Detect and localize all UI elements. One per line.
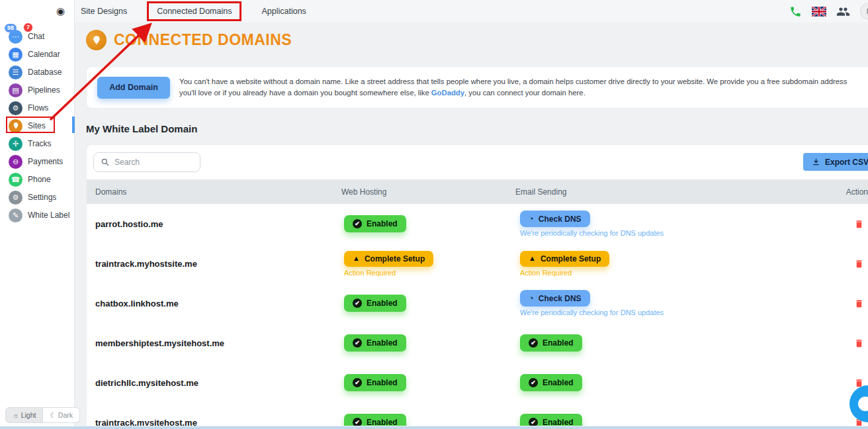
sidebar-item-white-label[interactable]: ✎White Label (9, 208, 75, 222)
status-cell: ◔Check DNSWe're periodically checking fo… (520, 211, 664, 237)
sidebar-item-label: White Label (28, 211, 69, 220)
sidebar-item-tracks[interactable]: ✢Tracks (9, 136, 75, 151)
table-header: Domains Web Hosting Email Sending Action (87, 179, 868, 204)
table-row: dietrichllc.mysitehost.me✔Enabled✔Enable… (87, 363, 868, 403)
table-row: traintrack.mysitehost.me✔Enabled✔Enabled (87, 403, 868, 426)
section-heading: My White Label Domain (86, 123, 197, 134)
status-badge-complete-setup[interactable]: ▲Complete Setup (344, 251, 433, 267)
delete-button[interactable] (854, 298, 864, 309)
language-flag-icon[interactable] (812, 7, 826, 17)
sidebar-item-label: Database (28, 68, 62, 77)
domain-name: traintrack.myhostsite.me (95, 259, 197, 269)
status-cell: ✔Enabled (520, 374, 582, 391)
contacts-icon[interactable] (836, 5, 850, 19)
column-header-action: Action (846, 187, 868, 197)
status-badge-enabled[interactable]: ✔Enabled (344, 215, 406, 232)
status-cell: ✔Enabled (344, 374, 406, 391)
delete-button[interactable] (854, 338, 864, 349)
status-badge-enabled[interactable]: ✔Enabled (520, 374, 582, 391)
status-badge-enabled[interactable]: ✔Enabled (520, 334, 582, 352)
sidebar-item-sites[interactable]: Sites (9, 119, 75, 133)
check-icon: ✔ (353, 338, 362, 348)
sidebar-item-chat[interactable]: ⋯Chat987 (9, 29, 75, 44)
sidebar-item-label: Flows (28, 103, 48, 113)
sidebar-item-calendar[interactable]: ▦Calendar (9, 47, 75, 62)
page-header: CONNECTED DOMAINS (86, 30, 292, 50)
tab-applications[interactable]: Applications (261, 1, 306, 21)
search-input[interactable] (114, 158, 187, 167)
table-row: chatbox.linkhost.me✔Enabled◔Check DNSWe'… (87, 283, 868, 323)
status-subtext: Action Required (344, 269, 396, 277)
warning-icon: ▲ (529, 255, 536, 262)
column-header-domains: Domains (87, 187, 341, 197)
status-badge-check-dns[interactable]: ◔Check DNS (520, 211, 590, 227)
status-badge-complete-setup[interactable]: ▲Complete Setup (520, 251, 609, 267)
status-badge-enabled[interactable]: ✔Enabled (344, 414, 406, 426)
godaddy-link[interactable]: GoDaddy (431, 89, 464, 97)
sidebar-item-label: Settings (28, 193, 56, 202)
trash-icon (854, 338, 864, 349)
domains-table-card: Export CSV Domains Web Hosting Email Sen… (86, 144, 868, 426)
tab-connected-domains[interactable]: Connected Domains (147, 1, 241, 21)
page-title: CONNECTED DOMAINS (114, 31, 292, 49)
sidebar-item-payments[interactable]: ⊖Payments (9, 154, 75, 169)
table-row: parrot.hostio.me✔Enabled◔Check DNSWe're … (87, 204, 868, 244)
download-icon (812, 158, 820, 166)
check-icon: ✔ (529, 338, 538, 348)
user-avatar[interactable]: F (860, 3, 868, 20)
lightbulb-icon (86, 30, 107, 50)
status-badge-enabled[interactable]: ✔Enabled (344, 374, 406, 391)
status-cell: ◔Check DNSWe're periodically checking fo… (520, 290, 664, 316)
status-badge-enabled[interactable]: ✔Enabled (520, 414, 582, 426)
status-badge-enabled[interactable]: ✔Enabled (344, 295, 406, 312)
help-widget-icon (858, 397, 868, 411)
phone-call-icon[interactable] (789, 5, 802, 18)
add-domain-button[interactable]: Add Domain (97, 77, 170, 99)
sidebar-item-pipelines[interactable]: ▤Pipelines (9, 83, 75, 97)
white-label-icon: ✎ (9, 209, 22, 222)
status-badge-enabled[interactable]: ✔Enabled (344, 334, 406, 352)
status-subtext: We're periodically checking for DNS upda… (520, 229, 664, 237)
sidebar-item-phone[interactable]: ☎Phone (9, 172, 75, 187)
sidebar-menu: ⋯Chat987▦Calendar☰Database▤Pipelines⚙Flo… (0, 29, 75, 226)
pipelines-icon: ▤ (9, 83, 22, 97)
domain-name: traintrack.mysitehost.me (95, 418, 197, 427)
topbar-icons: F (789, 0, 868, 23)
sidebar-item-label: Tracks (28, 139, 52, 148)
clock-icon: ◔ (529, 294, 534, 303)
status-cell: ✔Enabled (344, 215, 406, 232)
check-icon: ✔ (353, 299, 362, 308)
domain-name: parrot.hostio.me (95, 219, 163, 229)
status-badge-check-dns[interactable]: ◔Check DNS (520, 290, 590, 307)
topbar: Site Designs Connected Domains Applicati… (75, 0, 868, 23)
tab-site-designs[interactable]: Site Designs (81, 1, 127, 21)
trash-icon (854, 258, 864, 269)
horizontal-scrollbar[interactable] (0, 426, 868, 429)
moon-icon: ☾ (50, 411, 56, 419)
column-header-web-hosting: Web Hosting (341, 187, 515, 197)
settings-icon: ⚙ (9, 191, 22, 205)
check-icon: ✔ (529, 418, 538, 426)
status-cell: ✔Enabled (344, 334, 406, 352)
sidebar-collapse-icon[interactable]: ◉ (56, 5, 65, 17)
status-cell: ✔Enabled (344, 414, 406, 426)
search-icon (101, 158, 110, 167)
sidebar-item-flows[interactable]: ⚙Flows (9, 101, 75, 115)
sidebar: ◉ ⋯Chat987▦Calendar☰Database▤Pipelines⚙F… (0, 0, 75, 429)
status-cell: ✔Enabled (344, 295, 406, 312)
dark-mode-button[interactable]: ☾Dark (43, 407, 80, 423)
table-row: membershiptest.mysitehost.me✔Enabled✔Ena… (87, 323, 868, 363)
status-cell: ✔Enabled (520, 414, 582, 426)
sun-icon: ☼ (13, 411, 19, 419)
table-row: traintrack.myhostsite.me▲Complete SetupA… (87, 244, 868, 283)
delete-button[interactable] (854, 258, 864, 269)
flows-icon: ⚙ (9, 101, 22, 115)
light-mode-button[interactable]: ☼Light (5, 407, 43, 423)
sidebar-item-database[interactable]: ☰Database (9, 65, 75, 79)
chat-count-badge: 98 (5, 24, 17, 32)
sidebar-item-settings[interactable]: ⚙Settings (9, 190, 75, 205)
delete-button[interactable] (854, 218, 864, 230)
sidebar-item-label: Payments (28, 157, 63, 166)
export-csv-button[interactable]: Export CSV (803, 153, 868, 171)
sidebar-item-label: Phone (28, 175, 51, 184)
